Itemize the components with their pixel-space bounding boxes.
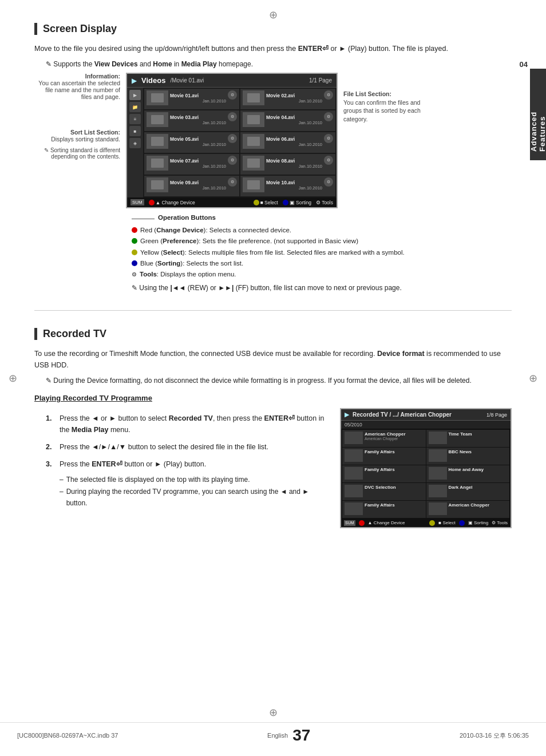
op-note: ✎ Using the |◄◄ (REW) or ►►| (FF) button… bbox=[132, 283, 512, 293]
left-crosshair: ⊕ bbox=[9, 372, 17, 385]
tv2-cell-4: DVC Selection bbox=[342, 483, 426, 500]
separator bbox=[34, 310, 512, 311]
red-dot bbox=[132, 227, 137, 233]
tv-thumb-1 bbox=[147, 90, 168, 105]
sub-item-1: – The selected file is displayed on the … bbox=[60, 474, 329, 485]
step-1-num: 1. bbox=[46, 413, 55, 436]
tv2-date-row: 05/2010 bbox=[341, 421, 511, 429]
sort-label: Sort List Section: Displays sorting stan… bbox=[34, 129, 120, 143]
tv2-icon: ▶ bbox=[345, 411, 349, 418]
op-item-green: Green (Preference): Sets the file prefer… bbox=[132, 236, 512, 246]
screen-diagram: Information: You can ascertain the selec… bbox=[34, 73, 512, 208]
tv-icon: ▶ bbox=[132, 77, 137, 85]
blue-dot bbox=[132, 260, 137, 266]
tv2-header: ▶ Recorded TV / .../ American Chopper 1/… bbox=[341, 409, 511, 421]
recorded-tv-title: Recorded TV bbox=[34, 328, 512, 340]
note-icon-rec: ✎ bbox=[46, 377, 52, 385]
op-item-yellow: Yellow (Select): Selects multiple files … bbox=[132, 248, 512, 258]
step-2: 2. Press the ◄/►/▲/▼ button to select th… bbox=[46, 441, 329, 453]
tv-cell-6: Movie 06.avi Jan.10.2010 ⚙ bbox=[240, 132, 335, 153]
tv2-cell-5: Family Affairs bbox=[342, 501, 426, 518]
sidebar-icon-3: ≡ bbox=[129, 114, 141, 124]
tv2-cell-1: American Chopper American Chopper bbox=[342, 430, 426, 447]
recorded-steps: 1. Press the ◄ or ► button to select Rec… bbox=[34, 408, 329, 516]
tv2-cell-r4: Dark Angel bbox=[426, 483, 510, 500]
tv-sidebar: ▶ 📁 ≡ ■ ◈ bbox=[127, 88, 143, 197]
screen-display-title: Screen Display bbox=[34, 23, 512, 35]
step-1: 1. Press the ◄ or ► button to select Rec… bbox=[46, 413, 329, 436]
tv-btn-sorting: ▣ Sorting bbox=[283, 200, 311, 205]
step-3: 3. Press the ENTER⏎ button or ► (Play) b… bbox=[46, 458, 329, 510]
right-crosshair: ⊕ bbox=[529, 372, 537, 385]
tv-cell-7: Movie 07.avi Jan.10.2010 ⚙ bbox=[144, 154, 239, 175]
steps-list: 1. Press the ◄ or ► button to select Rec… bbox=[46, 413, 329, 510]
tv2-cell-r5: American Chopper bbox=[426, 501, 510, 518]
note-icon: ✎ bbox=[46, 60, 52, 68]
note-icon-sort: ✎ bbox=[44, 147, 49, 153]
tv-page: 1/1 Page bbox=[309, 77, 332, 84]
recorded-tv-section: Recorded TV To use the recording or Time… bbox=[34, 328, 512, 528]
page-number: 37 bbox=[292, 726, 310, 745]
sub-item-2: – During playing the recorded TV program… bbox=[60, 486, 329, 508]
tv-thumb-2 bbox=[243, 90, 264, 105]
tv2-cell-r1: Time Team bbox=[426, 430, 510, 447]
sidebar-icon-5: ◈ bbox=[129, 138, 141, 148]
top-crosshair: ⊕ bbox=[269, 9, 278, 21]
tv-btn-sum: SUM bbox=[130, 199, 144, 205]
info-label: Information: You can ascertain the selec… bbox=[34, 73, 120, 100]
tv2-page: 1/8 Page bbox=[486, 412, 507, 418]
screen-display-note: ✎ Supports the View Devices and Home in … bbox=[46, 59, 512, 69]
recorded-tv-body: To use the recording or Timeshift Mode f… bbox=[34, 348, 512, 371]
sidebar-icon-2: 📁 bbox=[129, 102, 141, 112]
language-label: English bbox=[267, 732, 288, 739]
file-list-text: You can confirm the files and groups tha… bbox=[343, 99, 421, 122]
tv-grid: Movie 01.avi Jan.10.2010 ⚙ Movie 02.avi bbox=[143, 88, 337, 197]
tv-cell-8: Movie 08.avi Jan.10.2010 ⚙ bbox=[240, 154, 335, 175]
recorded-content: 1. Press the ◄ or ► button to select Rec… bbox=[34, 408, 512, 528]
playing-section-title: Playing Recorded TV Programme bbox=[34, 394, 512, 402]
info-label-text: You can ascertain the selected file name… bbox=[38, 80, 120, 100]
sort-note: ✎ Sorting standard is different dependin… bbox=[34, 147, 120, 160]
tv-cell-5: Movie 05.avi Jan.10.2010 ⚙ bbox=[144, 132, 239, 153]
tv-cell-2: Movie 02.avi Jan.10.2010 ⚙ bbox=[240, 89, 335, 109]
diagram-labels-right: File List Section: You can confirm the f… bbox=[338, 73, 424, 124]
green-dot bbox=[132, 238, 137, 244]
sort-label-text: Displays sorting standard. bbox=[51, 136, 120, 143]
tv-cell-4: Movie 04.avi Jan.10.2010 ⚙ bbox=[240, 110, 335, 131]
tv2-cell-3: Family Affairs bbox=[342, 465, 426, 482]
tv-cell-1: Movie 01.avi Jan.10.2010 ⚙ bbox=[144, 89, 239, 109]
tv-path: /Movie 01.avi bbox=[170, 77, 204, 84]
screen-display-body: Move to the file you desired using the u… bbox=[34, 43, 512, 54]
step-3-sub: – The selected file is displayed on the … bbox=[60, 474, 329, 510]
op-item-blue: Blue (Sorting): Selects the sort list. bbox=[132, 259, 512, 268]
file-list-label: File List Section: You can confirm the f… bbox=[343, 90, 424, 124]
step-2-num: 2. bbox=[46, 441, 55, 453]
sort-label-title: Sort List Section: bbox=[70, 129, 120, 136]
tv-title: Videos bbox=[141, 76, 165, 85]
tv2-grid: American Chopper American Chopper Time T… bbox=[341, 429, 511, 519]
tv-cell-9: Movie 09.avi Jan.10.2010 ⚙ bbox=[144, 176, 239, 196]
tv-header-left: ▶ Videos /Movie 01.avi bbox=[132, 76, 204, 85]
step-3-num: 3. bbox=[46, 458, 55, 470]
diagram-labels-left: Information: You can ascertain the selec… bbox=[34, 73, 126, 160]
chapter-number: 04 bbox=[520, 60, 528, 69]
chapter-tab: Advanced Features bbox=[530, 69, 546, 160]
sidebar-icon-4: ■ bbox=[129, 126, 141, 136]
tv-cell-10: Movie 10.avi Jan.10.2010 ⚙ bbox=[240, 176, 335, 196]
tv-btn-change: ▲ Change Device bbox=[149, 200, 195, 205]
footer-right: 2010-03-16 오후 5:06:35 bbox=[460, 731, 529, 740]
page-container: ⊕ ⊕ ⊕ ⊕ Advanced Features 04 Screen Disp… bbox=[0, 0, 546, 756]
operation-section: Operation Buttons Red (Change Device): S… bbox=[132, 214, 512, 293]
recorded-tv-note: ✎ During the Device formatting, do not d… bbox=[46, 375, 512, 386]
tv-screen-mockup: ▶ Videos /Movie 01.avi 1/1 Page ▶ 📁 ≡ ■ … bbox=[126, 73, 338, 208]
bottom-crosshair: ⊕ bbox=[269, 706, 278, 719]
tv2-footer: SUM ▲ Change Device ■ Select ▣ Sorting ⚙… bbox=[341, 519, 511, 527]
tv2-thumb-1 bbox=[345, 432, 363, 444]
note-icon-op: ✎ bbox=[132, 284, 137, 292]
file-list-title: File List Section: bbox=[343, 90, 391, 97]
info-label-title: Information: bbox=[85, 73, 120, 80]
tv2-date: 05/2010 bbox=[345, 422, 362, 428]
op-item-red: Red (Change Device): Selects a connected… bbox=[132, 225, 512, 235]
tv-footer: SUM ▲ Change Device ■ Select ▣ Sorting bbox=[127, 197, 337, 207]
tv-btn-tools: ⚙ Tools bbox=[316, 200, 333, 205]
